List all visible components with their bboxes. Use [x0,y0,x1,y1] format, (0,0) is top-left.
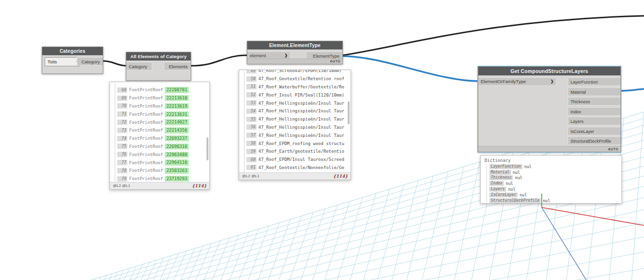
output-port[interactable]: Thickness [568,97,620,106]
type-name: 47_Roof_Geotextile/Retention roof [258,76,344,81]
node-title[interactable]: Element.ElementType [247,41,342,49]
node-title[interactable]: Categories [42,47,103,55]
type-name: 47_Roof_Hellingsspieën/Insul Taur [258,109,344,113]
element-id: 22208781 [165,87,188,93]
list-item: 75 FootPrintRoof 22696316 [110,143,209,151]
wire-category-to-allelements[interactable] [103,61,127,66]
row-label: FootPrintRoof [129,112,163,117]
row-index: 79 [117,176,127,182]
type-name: 47_Roof_Hellingsspieën/Insul Taur [258,125,344,130]
dictionary-value: nul [508,187,515,192]
type-name: 47_Roof_Waterbuffer/Geotextile/Re [258,85,344,89]
node-all-elements-of-category[interactable]: All Elements of Category Category Elemen… [126,52,191,81]
row-index: 74 [117,136,127,141]
row-label: FootPrintRoof [129,96,163,100]
list-levels[interactable]: @L2 @L1 [113,183,130,188]
dictionary-value: nul [524,164,532,169]
row-index: 56 [246,124,256,130]
input-port-elementorfamilytype[interactable]: ElementOrFamilyType ❯ [478,77,557,86]
dynamo-canvas[interactable]: Categories Toits ▾ Category All Elements… [0,0,644,280]
input-port-category[interactable]: Category [126,62,152,71]
row-index: 57 [246,133,256,138]
element-id: 22213610 [165,95,188,101]
dictionary-entry: Layers nul [481,186,621,192]
row-label: FootPrintRoof [129,136,163,141]
row-label: FootPrintRoof [129,87,163,92]
row-index: 71 [117,111,127,117]
list-item: 60 47_Roof_EPDM/Insul Tauroxx/Screed [239,156,351,164]
type-name: 47_Roof_Hellingsspieën/Insul Taur [258,117,344,122]
wire-elements-to-element[interactable] [191,55,248,66]
row-index: 77 [117,160,127,165]
dictionary-key: Material [489,170,511,175]
output-port[interactable]: Layers [568,117,620,125]
row-index: 52 [246,92,256,97]
node-categories[interactable]: Categories Toits ▾ Category [42,47,103,74]
category-dropdown[interactable]: Toits ▾ [45,57,80,66]
output-port[interactable]: LayerFunction [568,77,620,86]
dictionary-entry: IsCoreLayer nul [481,192,621,198]
lacing-indicator[interactable]: AUTO [247,59,342,64]
output-port[interactable]: Material [568,87,620,96]
wire-elementtype-to-offscreen[interactable] [343,16,644,55]
item-count: {114} [333,173,348,180]
scrollbar[interactable] [348,101,350,124]
preview-dictionary[interactable]: Dictionary LayerFunction nul Material nu… [480,155,622,204]
output-port[interactable]: IsCoreLayer [568,127,620,135]
type-name: 47_Roof_EPDM/Insul Tauroxx/Screed [258,157,344,162]
list-item: 49 47_Roof_ScreedVar/EPDM(150/10mm) [239,70,351,75]
dictionary-title: Dictionary [481,156,621,163]
type-name: 47_Roof_Insul PIR/Seal(I120/10mm) [258,93,344,97]
wire-material-to-offscreen[interactable] [620,89,644,91]
output-port-category[interactable]: Category [77,57,103,66]
dictionary-key: Thickness [489,175,513,180]
types-rows: 49 47_Roof_ScreedVar/EPDM(150/10mm) 50 4… [239,70,351,171]
list-item: 69 FootPrintRoof 22213610 [110,94,209,102]
row-label: FootPrintRoof [129,120,163,125]
list-item: 77 FootPrintRoof 22964116 [110,158,209,167]
wire-elementtype-to-getlayers[interactable] [343,56,479,81]
row-index: 68 [117,87,127,93]
dictionary-value: nul [515,175,522,180]
output-port[interactable]: Index [568,107,620,116]
type-name: 47_Roof_Geotextile/Nonnenfolie/Ge [258,165,344,170]
preview-elements-list[interactable]: 68 FootPrintRoof 22208781 69 FootPrintRo… [109,82,210,190]
row-index: 60 [246,157,256,162]
output-port[interactable]: StructuralDeckProfile [568,136,620,145]
list-item: 58 47_Roof_EPDM_roofing wood structu [239,139,351,147]
list-item: 57 47_Roof_Hellingsspieën/Insul Taur [239,131,351,139]
default-value-arrow-icon[interactable]: ❯ [550,77,554,86]
row-index: 50 [246,76,256,82]
node-element-elementtype[interactable]: Element.ElementType element ❯ ElementTyp… [247,41,343,64]
list-levels[interactable]: @L2 @L1 [242,174,259,178]
row-index: 72 [117,120,127,125]
element-id: 22693237 [165,135,188,142]
element-id: 23503263 [165,168,188,174]
type-name: 47_Roof_ScreedVar/EPDM(150/10mm) [258,70,341,73]
list-item: 54 47_Roof_Hellingsspieën/Insul Taur [239,107,351,115]
dictionary-entry: LayerFunction nul [481,164,621,170]
node-get-compoundstructurelayers[interactable]: Get CompoundStructureLayers ElementOrFam… [478,66,621,152]
list-item: 52 47_Roof_Insul PIR/Seal(I120/10mm) [239,91,351,99]
preview-types-list[interactable]: 49 47_Roof_ScreedVar/EPDM(150/10mm) 50 4… [239,70,351,180]
dictionary-value: nul [513,170,520,175]
node-title[interactable]: Get CompoundStructureLayers [478,67,620,75]
row-index: 76 [117,152,127,157]
list-item: 61 47_Roof_Geotextile/Nonnenfolie/Ge [239,164,351,172]
dictionary-key: Index [489,181,504,186]
row-label: FootPrintRoof [129,144,163,149]
elements-rows: 68 FootPrintRoof 22208781 69 FootPrintRo… [110,82,209,183]
preview-footer: @L2 @L1 {114} [239,172,351,180]
node-title[interactable]: All Elements of Category [126,52,191,61]
list-level-guide [486,164,487,202]
output-port-elements[interactable]: Elements [164,62,191,71]
output-ports: LayerFunction Material Thickness Index L… [568,77,620,145]
dictionary-entry: Material nul [481,170,621,175]
lacing-indicator[interactable]: AUTO [478,146,620,152]
list-item: 50 47_Roof_Geotextile/Retention roof [239,75,351,83]
type-name: 47_Roof_Hellingsspieën/Insul Taur [258,101,344,106]
list-item: 56 47_Roof_Hellingsspieën/Insul Taur [239,123,351,132]
scrollbar[interactable] [207,137,208,160]
element-id: 22214356 [165,127,188,134]
element-id: 22214027 [165,119,188,125]
